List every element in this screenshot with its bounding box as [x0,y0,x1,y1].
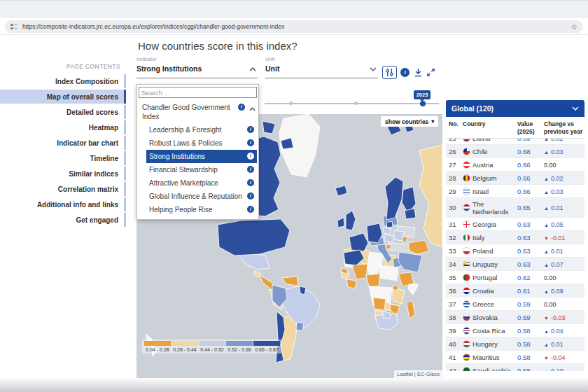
dropdown-item-label: Attractive Marketplace [149,178,247,188]
table-row[interactable]: 39Costa Rica0.58▲0.04 [446,324,584,337]
dropdown-item-helping-people-rise[interactable]: Helping People Risei [146,203,257,216]
sidebar-item-correlation-matrix[interactable]: Correlation matrix [0,182,126,196]
show-countries-button[interactable]: show countries ▾ [381,116,438,127]
sidebar-item-index-composition[interactable]: Index Composition [0,74,126,88]
rankings-rows: 25Latvia0.69▲0.0226Chile0.68▲0.0327Austr… [446,139,584,371]
change-value: -0.01 [551,234,566,241]
table-row[interactable]: 27Austria0.660.00 [446,158,584,172]
table-row[interactable]: 30The Netherlands0.65▲0.01 [446,198,584,218]
table-row[interactable]: 31Georgia0.63▲0.05 [446,218,584,231]
expand-button[interactable] [426,66,436,79]
flag-icon-georgia [463,220,470,228]
rankings-panel: Global (120) No. Country Value (2025) Ch… [446,100,584,371]
search-input[interactable] [139,87,257,98]
ec-gisco-link[interactable]: EC-Gisco [417,371,440,377]
dropdown-item-label: Leadership & Foresight [149,125,247,134]
sidebar-item-heatmap[interactable]: Heatmap [0,120,126,134]
address-bar[interactable]: https://composite-indicators.jrc.ec.euro… [5,20,583,33]
table-row[interactable]: 38Slovakia0.59▼-0.03 [446,311,584,324]
country-name: Israel [472,188,517,195]
change-cell: ▼-0.04 [544,354,584,361]
sidebar-item-label: Indicator bar chart [57,139,118,147]
change-cell: 0.00 [544,300,584,308]
table-row[interactable]: 40Hungary0.58▲0.01 [446,337,584,351]
change-cell: ▲0.01 [544,204,584,211]
country-cell: Uruguay [463,260,517,268]
bookmark-star-icon[interactable]: ☆ [570,23,578,31]
change-cell: ▲0.09 [544,287,584,295]
sidebar-item-timeline[interactable]: Timeline [0,151,126,165]
info-icon[interactable]: i [247,206,254,213]
change-value: 0.01 [551,248,564,255]
chevron-up-icon [249,62,256,74]
info-button[interactable]: i [400,66,410,79]
dropdown-item-label: Chandler Good Government Index [142,103,238,121]
map-legend: 0.04 - 0.280.28 - 0.440.44 - 0.520.52 - … [142,340,282,354]
table-row[interactable]: 34Uruguay0.63▲0.07 [446,258,584,271]
indicator-select[interactable]: Indicator Strong Institutions [136,56,258,78]
chevron-down-icon: ▾ [431,118,434,125]
site-info-icon[interactable] [10,23,18,30]
change-cell: ▲0.02 [544,174,584,182]
download-button[interactable] [413,66,424,79]
table-row[interactable]: 25Latvia0.69▲0.02 [446,139,584,145]
country-cell: Israel [463,188,517,195]
info-icon[interactable]: i [247,139,254,146]
leaflet-link[interactable]: Leaflet [397,371,413,377]
sidebar-item-indicator-bar-chart[interactable]: Indicator bar chart [0,136,126,150]
flag-icon-portugal [463,274,470,281]
unit-select[interactable]: Unit Unit [265,56,378,78]
change-value: 0.03 [551,148,564,155]
table-row[interactable]: 26Chile0.68▲0.03 [446,145,584,158]
info-icon: i [400,68,410,77]
sidebar-item-map-of-overall-scores[interactable]: Map of overall scores [0,90,126,104]
flag-icon-costa-rica [463,327,470,335]
sidebar-item-detailed-scores[interactable]: Detailed scores [0,105,126,119]
flag-icon-the-netherlands [463,204,470,211]
sidebar-item-label: Timeline [90,155,118,162]
info-icon[interactable]: i [238,104,245,111]
flag-icon-croatia [463,287,470,295]
country-name: Belgium [472,174,517,182]
country-cell: Mauritius [463,354,517,361]
sidebar-item-get-engaged[interactable]: Get engaged [0,213,126,227]
dropdown-item-chandler-good-government-index[interactable]: Chandler Good Government Indexi [137,101,258,123]
sidebar-item-additional-info-and-links[interactable]: Additional info and links [0,197,126,211]
triangle-up-icon: ▲ [544,329,549,334]
dropdown-item-leadership-foresight[interactable]: Leadership & Foresighti [146,123,257,136]
rankings-column-headers: No. Country Value (2025) Change vs previ… [446,117,584,139]
dropdown-item-global-influence-reputation[interactable]: Global Influence & Reputationi [146,190,257,203]
flag-icon-italy [463,234,470,241]
chevron-up-icon[interactable] [249,104,255,113]
table-row[interactable]: 35Portugal0.620.00 [446,271,584,284]
info-icon[interactable]: i [247,192,254,200]
table-row[interactable]: 28Belgium0.66▲0.02 [446,172,584,185]
triangle-up-icon: ▲ [544,262,549,267]
table-row[interactable]: 42Saudi Arabia0.58▲0.10 [446,364,584,371]
dropdown-item-attractive-marketplace[interactable]: Attractive Marketplacei [146,176,257,190]
table-row[interactable]: 41Mauritius0.58▼-0.04 [446,351,584,364]
rank-number: 41 [446,354,463,361]
value-cell: 0.65 [517,204,544,211]
table-row[interactable]: 29Israel0.66▲0.03 [446,185,584,198]
table-row[interactable]: 36Croatia0.61▲0.09 [446,284,584,298]
rankings-group-header[interactable]: Global (120) [446,100,584,117]
filter-button[interactable] [382,66,397,79]
info-icon[interactable]: i [247,179,254,186]
dropdown-item-strong-institutions[interactable]: Strong Institutionsi [146,150,257,163]
table-row[interactable]: 32Italy0.63▼-0.01 [446,231,584,244]
info-icon[interactable]: i [247,153,254,160]
dropdown-item-robust-laws-policies[interactable]: Robust Laws & Policiesi [146,136,257,150]
url-text[interactable]: https://composite-indicators.jrc.ec.euro… [22,23,565,30]
sidebar-item-label: Correlation matrix [58,186,118,193]
info-icon[interactable]: i [247,166,254,173]
info-icon[interactable]: i [247,126,254,133]
browser-window: https://composite-indicators.jrc.ec.euro… [0,0,588,392]
table-row[interactable]: 33Poland0.63▲0.01 [446,244,584,258]
dropdown-item-financial-stewardship[interactable]: Financial Stewardshipi [146,163,257,176]
rankings-scroll-area[interactable]: 25Latvia0.69▲0.0226Chile0.68▲0.0327Austr… [446,139,584,371]
sidebar-item-similar-indices[interactable]: Similar indices [0,167,126,181]
flag-icon-saudi-arabia [463,367,470,372]
country-cell: Costa Rica [463,327,517,335]
table-row[interactable]: 37Greece0.590.00 [446,298,584,311]
